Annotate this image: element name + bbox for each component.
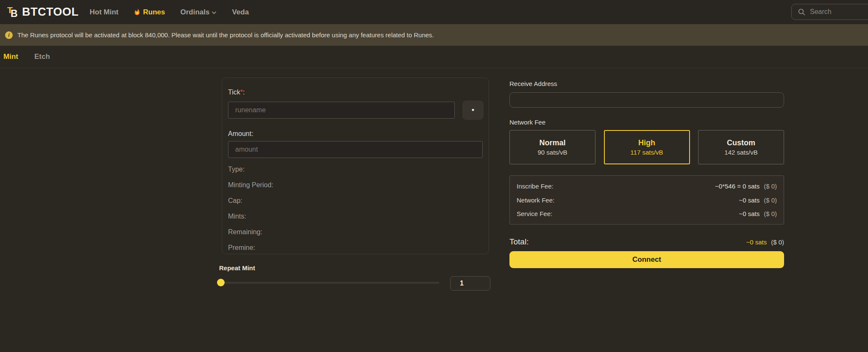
connect-button[interactable]: Connect bbox=[509, 251, 784, 268]
search-box[interactable] bbox=[791, 4, 868, 20]
minting-period-label: Minting Period: bbox=[228, 181, 483, 189]
fee-row-values: ~0*546 = 0 sats ($ 0) bbox=[715, 183, 777, 190]
fee-option-rate: 90 sats/vB bbox=[537, 149, 567, 156]
fee-option-high[interactable]: High 117 sats/vB bbox=[604, 130, 690, 164]
tick-input[interactable] bbox=[228, 102, 455, 119]
fee-row-label: Inscribe Fee: bbox=[517, 183, 554, 190]
fee-row-usd: ($ 0) bbox=[764, 210, 777, 217]
fee-row-label: Network Fee: bbox=[517, 197, 554, 204]
premine-label: Premine: bbox=[228, 244, 483, 252]
nav-item-label: Veda bbox=[232, 8, 249, 17]
fee-row-values: ~0 sats ($ 0) bbox=[739, 210, 777, 217]
cap-label: Cap: bbox=[228, 197, 483, 205]
network-fee-row: Network Fee: ~0 sats ($ 0) bbox=[517, 197, 777, 204]
info-icon: i bbox=[5, 31, 13, 39]
network-fee-label: Network Fee bbox=[509, 118, 784, 127]
nav-item-hot-mint[interactable]: Hot Mint bbox=[90, 8, 119, 17]
tick-label-text: Tick bbox=[228, 89, 240, 96]
nav-item-label: Hot Mint bbox=[90, 8, 119, 17]
mint-form-card: Tick*: • Amount: Type: Minting Period: C… bbox=[222, 78, 489, 254]
service-fee-row: Service Fee: ~0 sats ($ 0) bbox=[517, 210, 777, 217]
btctool-logo-icon: T B bbox=[7, 5, 20, 19]
fee-option-name: Custom bbox=[727, 139, 755, 147]
fee-option-normal[interactable]: Normal 90 sats/vB bbox=[509, 130, 595, 164]
repeat-mint-label: Repeat Mint bbox=[219, 264, 255, 272]
fee-row-value: ~0 sats bbox=[739, 197, 760, 204]
tick-label: Tick*: bbox=[228, 88, 483, 97]
btctool-logo[interactable]: T B BTCTOOL bbox=[7, 5, 79, 19]
nav-item-label: Ordinals bbox=[180, 8, 209, 17]
remaining-label: Remaining: bbox=[228, 228, 483, 236]
nav-item-ordinals[interactable]: Ordinals bbox=[180, 8, 217, 17]
fee-option-name: High bbox=[638, 139, 655, 147]
receive-address-label: Receive Address bbox=[509, 80, 784, 88]
fee-option-custom[interactable]: Custom 142 sats/vB bbox=[698, 130, 784, 164]
total-values: ~0 sats ($ 0) bbox=[746, 238, 784, 246]
repeat-mint-value-input[interactable] bbox=[450, 276, 490, 291]
fee-summary-box: Inscribe Fee: ~0*546 = 0 sats ($ 0) Netw… bbox=[509, 175, 784, 225]
banner-text: The Runes protocol will be activated at … bbox=[17, 31, 434, 39]
nav-item-label: Runes bbox=[143, 8, 165, 17]
tab-etch[interactable]: Etch bbox=[34, 53, 50, 61]
nav-menu: Hot Mint Runes Ordinals Veda bbox=[90, 8, 249, 17]
tick-row: • bbox=[228, 100, 483, 120]
fee-option-rate: 142 sats/vB bbox=[724, 149, 757, 156]
total-usd: ($ 0) bbox=[771, 238, 784, 246]
nav-item-runes[interactable]: Runes bbox=[134, 8, 165, 17]
total-row: Total: ~0 sats ($ 0) bbox=[509, 236, 784, 248]
amount-input[interactable] bbox=[228, 141, 483, 158]
fee-row-usd: ($ 0) bbox=[764, 197, 777, 204]
fee-option-name: Normal bbox=[539, 139, 565, 147]
rune-spacer-button[interactable]: • bbox=[462, 100, 484, 120]
tab-mint[interactable]: Mint bbox=[3, 53, 18, 61]
logo-text: BTCTOOL bbox=[22, 6, 79, 19]
fee-option-rate: 117 sats/vB bbox=[630, 149, 663, 156]
logo-letter-b: B bbox=[11, 9, 18, 19]
runes-activation-banner: i The Runes protocol will be activated a… bbox=[0, 24, 868, 46]
type-label: Type: bbox=[228, 165, 483, 174]
search-input[interactable] bbox=[810, 8, 857, 16]
total-label: Total: bbox=[509, 237, 529, 247]
repeat-mint-slider-track[interactable] bbox=[219, 282, 440, 284]
fee-row-usd: ($ 0) bbox=[764, 183, 777, 190]
network-fee-options: Normal 90 sats/vB High 117 sats/vB Custo… bbox=[509, 130, 784, 164]
mints-label: Mints: bbox=[228, 212, 483, 221]
tab-bar: Mint Etch bbox=[0, 46, 868, 68]
receive-address-input[interactable] bbox=[509, 92, 784, 108]
search-icon bbox=[798, 8, 805, 16]
top-navbar: T B BTCTOOL Hot Mint Runes Ordinals Veda bbox=[0, 0, 868, 24]
tick-label-colon: : bbox=[243, 89, 245, 96]
fee-row-value: ~0 sats bbox=[739, 210, 760, 217]
inscribe-fee-row: Inscribe Fee: ~0*546 = 0 sats ($ 0) bbox=[517, 183, 777, 190]
checkout-panel: Receive Address Network Fee Normal 90 sa… bbox=[509, 80, 784, 268]
fire-icon bbox=[134, 8, 141, 16]
total-value: ~0 sats bbox=[746, 238, 767, 246]
repeat-mint-slider-thumb[interactable] bbox=[217, 279, 225, 286]
chevron-down-icon bbox=[211, 10, 217, 15]
fee-row-values: ~0 sats ($ 0) bbox=[739, 197, 777, 204]
fee-row-label: Service Fee: bbox=[517, 210, 552, 217]
amount-label: Amount: bbox=[228, 130, 483, 138]
fee-row-value: ~0*546 = 0 sats bbox=[715, 183, 760, 190]
nav-item-veda[interactable]: Veda bbox=[232, 8, 249, 17]
